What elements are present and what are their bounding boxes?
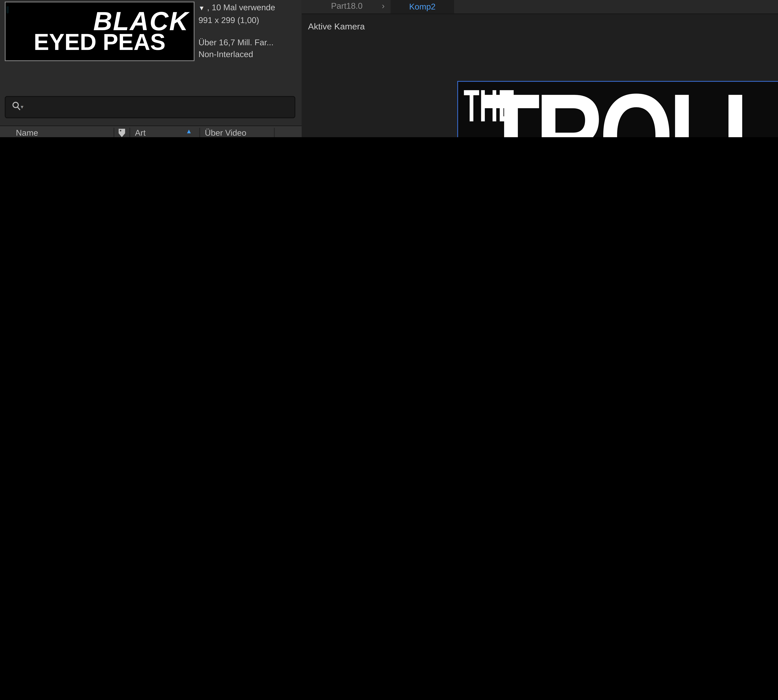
footage-usage: , 10 Mal verwende	[207, 2, 275, 12]
logo-line-1: BLACK	[6, 11, 194, 32]
logo-line-2: EYED PEAS	[6, 32, 194, 52]
footage-color-depth: Über 16,7 Mill. Far...	[199, 37, 302, 48]
after-effects-window: BLACK EYED PEAS ▼ , 10 Mal verwende 991 …	[0, 0, 778, 137]
sort-ascending-icon[interactable]: ▲	[186, 128, 192, 135]
column-name[interactable]: Name	[16, 128, 38, 137]
view-label: Aktive Kamera	[308, 22, 365, 31]
canvas-word-trolls: TROLLS	[482, 81, 778, 137]
footage-dimensions: 991 x 299 (1,00)	[199, 14, 302, 26]
project-list-header: Name Art ▲ Über Video	[0, 125, 302, 137]
viewer-tab-active[interactable]: Komp2	[391, 0, 454, 13]
composition-canvas[interactable]: THE TROLLS ARE THE TAUNTERS	[457, 81, 778, 137]
composition-viewer: Part18.0 › Komp2 Renderer: Klassisch 3D …	[302, 0, 778, 137]
search-options-triangle-icon[interactable]: ▾	[21, 104, 23, 110]
footage-interlacing: Non-Interlaced	[199, 48, 302, 60]
collapse-triangle-icon[interactable]: ▼	[199, 5, 205, 12]
breadcrumb-chevron-icon: ›	[382, 1, 385, 10]
project-search-input[interactable]: ▾	[5, 96, 296, 118]
column-video[interactable]: Über Video	[205, 128, 246, 137]
column-type[interactable]: Art	[135, 128, 145, 137]
label-tag-icon[interactable]	[117, 128, 127, 137]
footage-info: ▼ , 10 Mal verwende 991 x 299 (1,00) Übe…	[199, 2, 302, 89]
viewer-tab-parent[interactable]: Part18.0	[331, 1, 363, 10]
footage-preview-thumbnail[interactable]: BLACK EYED PEAS	[5, 2, 195, 61]
project-panel: BLACK EYED PEAS ▼ , 10 Mal verwende 991 …	[0, 0, 302, 137]
viewer-tab-bar: Part18.0 › Komp2 Renderer: Klassisch 3D	[302, 0, 778, 14]
